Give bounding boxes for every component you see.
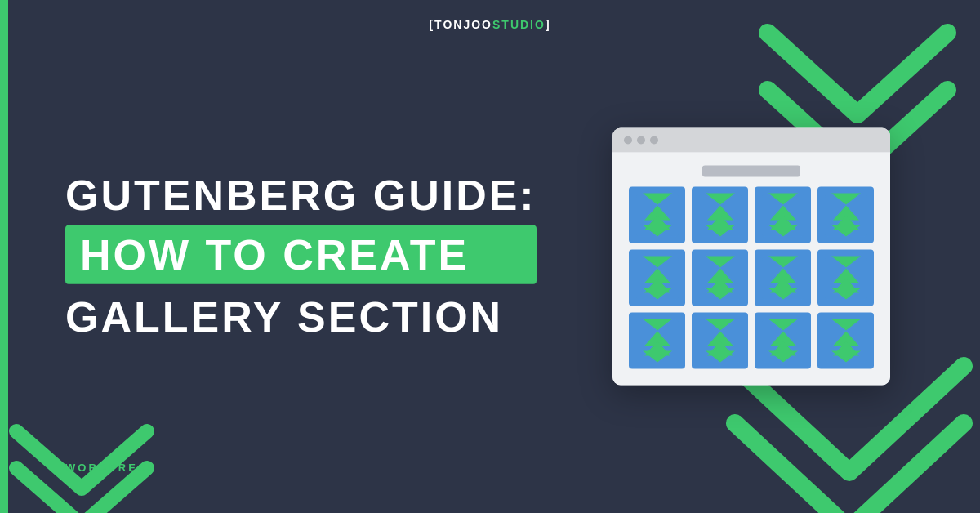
gallery-cell-1 <box>629 187 685 243</box>
browser-mockup <box>612 128 890 386</box>
browser-dot-3 <box>650 136 658 145</box>
title-gallery-section: GALLERY SECTION <box>65 294 537 341</box>
gallery-cell-10 <box>692 313 748 369</box>
gallery-cell-6 <box>692 250 748 306</box>
gallery-cell-5 <box>629 250 685 306</box>
brand-name-tonjoo: TONJOO <box>434 18 492 31</box>
brand-header: [ TONJOO STUDIO ] <box>429 18 550 31</box>
gallery-cell-2 <box>692 187 748 243</box>
gallery-cell-12 <box>817 313 874 369</box>
title-how-to-create: HOW TO CREATE <box>65 225 537 284</box>
bottom-left-chevron-decoration <box>8 407 155 513</box>
gallery-cell-icon-11 <box>762 319 804 362</box>
gallery-cell-11 <box>755 313 811 369</box>
gallery-cell-icon-5 <box>636 256 679 299</box>
gallery-cell-icon-9 <box>636 319 679 362</box>
wordpress-category-tag: WORDPRESS <box>65 462 157 474</box>
gallery-cell-icon-8 <box>825 256 867 299</box>
gallery-cell-icon-10 <box>699 319 742 362</box>
left-accent-bar <box>0 0 8 513</box>
browser-dot-2 <box>637 136 645 145</box>
gallery-cell-8 <box>817 250 874 306</box>
title-gutenberg-guide: GUTENBERG GUIDE: <box>65 172 537 219</box>
browser-body <box>612 153 890 386</box>
page-container: [ TONJOO STUDIO ] GUTENBERG GUIDE: HOW T… <box>0 0 980 513</box>
brand-name-studio: STUDIO <box>492 18 546 31</box>
gallery-cell-icon-7 <box>762 256 804 299</box>
gallery-cell-icon-12 <box>825 319 867 362</box>
gallery-cell-icon-3 <box>762 194 804 236</box>
gallery-cell-7 <box>755 250 811 306</box>
bracket-open: [ <box>429 18 434 31</box>
browser-dot-1 <box>624 136 632 145</box>
browser-topbar <box>612 128 890 153</box>
gallery-cell-9 <box>629 313 685 369</box>
gallery-cell-4 <box>817 187 874 243</box>
gallery-cell-icon-1 <box>636 194 679 236</box>
main-content-area: GUTENBERG GUIDE: HOW TO CREATE GALLERY S… <box>65 172 537 341</box>
gallery-cell-3 <box>755 187 811 243</box>
gallery-grid <box>626 187 877 369</box>
gallery-cell-icon-4 <box>825 194 867 236</box>
gallery-cell-icon-6 <box>699 256 742 299</box>
bracket-close: ] <box>546 18 551 31</box>
gallery-cell-icon-2 <box>699 194 742 236</box>
browser-address-bar <box>702 166 800 177</box>
